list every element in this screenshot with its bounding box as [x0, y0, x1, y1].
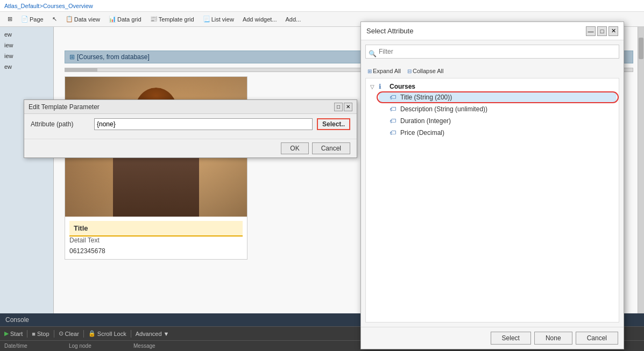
advanced-label: Advanced	[136, 331, 162, 337]
dialog-footer: OK Cancel	[24, 139, 357, 157]
left-panel: ew iew iew ew	[0, 27, 54, 351]
modal-minimize-btn[interactable]: —	[586, 26, 596, 36]
attribute-label: Attribute (path)	[31, 120, 90, 128]
filter-container: 🔍	[365, 45, 619, 63]
tree-node-description: 🏷 Description (String (unlimited))	[379, 103, 617, 115]
modal-cancel-label: Cancel	[587, 334, 607, 342]
add-label: Add...	[285, 16, 301, 23]
toolbar-data-view[interactable]: 📋 Data view	[62, 15, 103, 24]
breadcrumb-part1[interactable]: Atlas_Default	[4, 3, 39, 9]
tree-node-courses: ▽ ℹ Courses 🏷 Title (String (200))	[368, 81, 617, 140]
dur-tag-icon: 🏷	[390, 117, 398, 125]
toolbar-list-view[interactable]: 📃 List view	[200, 15, 237, 24]
modal-select-button[interactable]: Select	[491, 332, 531, 345]
description-row[interactable]: 🏷 Description (String (unlimited))	[379, 104, 617, 114]
attribute-input[interactable]	[94, 118, 313, 130]
toggle-icon: ⊞	[8, 16, 12, 23]
select-attribute-modal: Select Attribute — □ ✕ 🔍 ⊞ Expand All ⊟	[360, 22, 624, 349]
left-panel-item-1[interactable]: ew	[0, 29, 53, 40]
modal-close-btn[interactable]: ✕	[608, 26, 618, 36]
cancel-label: Cancel	[321, 145, 341, 152]
modal-title: Select Attribute	[366, 27, 413, 35]
card-title: Title	[69, 221, 243, 237]
duration-label: Duration (Integer)	[400, 117, 451, 125]
modal-none-button[interactable]: None	[534, 332, 572, 345]
console-title: Console	[5, 316, 29, 324]
advanced-chevron: ▼	[164, 331, 169, 337]
modal-restore-btn[interactable]: □	[597, 26, 607, 36]
modal-controls: — □ ✕	[586, 26, 618, 36]
left-panel-item-2[interactable]: iew	[0, 40, 53, 51]
title-tag-icon: 🏷	[390, 94, 398, 101]
tree-node-duration: 🏷 Duration (Integer)	[379, 115, 617, 127]
toolbar-template-grid[interactable]: 📰 Template grid	[147, 15, 197, 24]
stop-button[interactable]: ■ Stop	[32, 331, 49, 337]
courses-row[interactable]: ▽ ℹ Courses	[368, 82, 617, 91]
card-detail: Detail Text	[69, 237, 243, 244]
v-scroll-thumb[interactable]	[639, 38, 643, 59]
left-panel-item-3[interactable]: iew	[0, 51, 53, 61]
clear-label: Clear	[65, 331, 79, 337]
start-button[interactable]: ▶ Start	[4, 330, 23, 337]
title-row[interactable]: 🏷 Title (String (200))	[379, 92, 617, 102]
scroll-lock-label: Scroll Lock	[97, 331, 126, 337]
clear-button[interactable]: ⊙ Clear	[59, 330, 79, 337]
cancel-button[interactable]: Cancel	[312, 142, 350, 154]
advanced-button[interactable]: Advanced ▼	[136, 331, 169, 337]
description-label: Description (String (unlimited))	[400, 105, 487, 113]
tree-node-title: 🏷 Title (String (200))	[379, 91, 617, 103]
template-grid-icon: 📰	[150, 16, 158, 23]
col-message: Message	[133, 343, 187, 349]
toolbar-page[interactable]: 📄 Page	[18, 15, 47, 24]
expand-all-button[interactable]: ⊞ Expand All	[365, 67, 403, 75]
toolbar-toggle[interactable]: ⊞	[4, 15, 16, 24]
modal-title-bar: Select Attribute — □ ✕	[361, 22, 624, 40]
list-view-icon: 📃	[203, 16, 210, 23]
select-attribute-button[interactable]: Select..	[317, 118, 350, 130]
stop-icon: ■	[32, 331, 36, 337]
modal-cancel-button[interactable]: Cancel	[576, 332, 618, 345]
collapse-all-button[interactable]: ⊟ Collapse All	[405, 67, 445, 75]
canvas-vertical-scroll[interactable]	[638, 27, 644, 351]
filter-input[interactable]	[365, 45, 619, 59]
duration-row[interactable]: 🏷 Duration (Integer)	[379, 116, 617, 126]
toolbar-data-grid[interactable]: 📊 Data grid	[105, 15, 145, 24]
modal-none-label: None	[546, 334, 561, 342]
ok-button[interactable]: OK	[281, 142, 308, 154]
modal-select-label: Select	[502, 334, 520, 342]
data-grid-label: Data grid	[117, 16, 141, 23]
start-label: Start	[10, 331, 23, 337]
card-body: Title Detail Text 0612345678	[65, 217, 247, 259]
modal-body: 🔍 ⊞ Expand All ⊟ Collapse All	[361, 40, 624, 327]
courses-expand: ▽	[370, 84, 377, 90]
lock-icon: 🔒	[88, 330, 96, 337]
collapse-all-label: Collapse All	[413, 68, 443, 74]
dialog-close-btn[interactable]: ✕	[344, 103, 352, 111]
filter-icon: 🔍	[369, 50, 377, 58]
toolbar-add[interactable]: Add...	[282, 15, 304, 24]
toolbar-add-widget[interactable]: Add widget...	[239, 15, 280, 24]
scroll-lock-button[interactable]: 🔒 Scroll Lock	[88, 330, 126, 337]
modal-footer: Select None Cancel	[361, 327, 624, 349]
list-view-label: List view	[211, 16, 234, 23]
expand-all-label: Expand All	[373, 68, 401, 74]
collapse-icon: ⊟	[407, 68, 412, 74]
cursor-icon: ↖	[52, 16, 57, 23]
data-view-icon: 📋	[66, 16, 73, 23]
dialog-restore-btn[interactable]: □	[334, 103, 343, 111]
expand-collapse-bar: ⊞ Expand All ⊟ Collapse All	[365, 67, 619, 75]
breadcrumb-part2[interactable]: Courses_Overview	[43, 3, 93, 9]
stop-label: Stop	[37, 331, 49, 337]
data-view-label: Data view	[74, 16, 100, 23]
dialog-attribute-row: Attribute (path) Select..	[31, 118, 350, 130]
data-grid-icon: 📊	[109, 16, 116, 23]
toolbar-cursor[interactable]: ↖	[49, 15, 60, 24]
price-row[interactable]: 🏷 Price (Decimal)	[379, 128, 617, 138]
sep-2	[54, 330, 54, 338]
price-label: Price (Decimal)	[400, 129, 444, 137]
left-panel-item-4[interactable]: ew	[0, 61, 53, 72]
ok-label: OK	[290, 145, 299, 152]
attribute-tree: ▽ ℹ Courses 🏷 Title (String (200))	[365, 78, 619, 323]
tree-node-price: 🏷 Price (Decimal)	[379, 127, 617, 139]
dialog-title-controls: □ ✕	[334, 103, 352, 111]
